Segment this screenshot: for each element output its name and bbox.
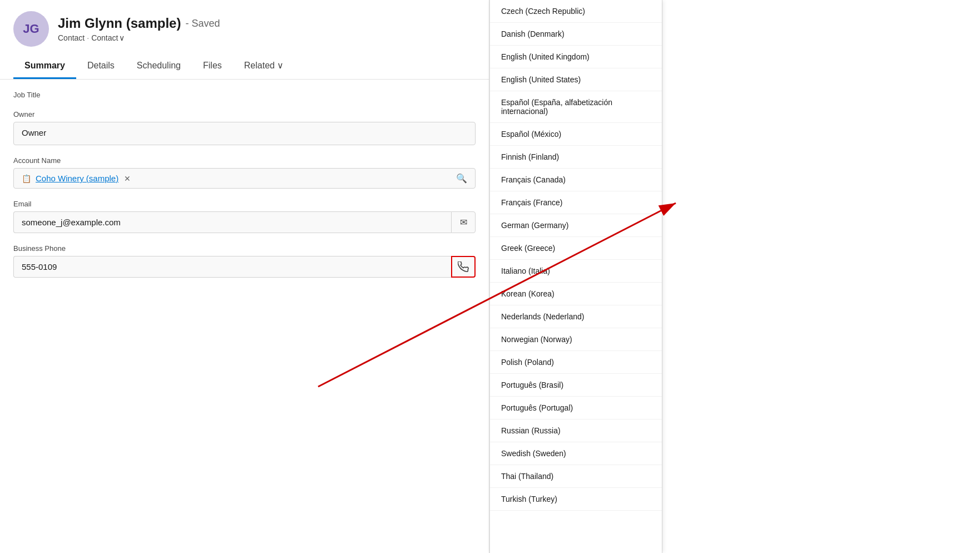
email-label: Email xyxy=(13,200,476,208)
email-input-group: someone_j@example.com ✉ xyxy=(13,211,476,233)
clear-account-icon[interactable]: ✕ xyxy=(124,174,131,183)
job-title-field: Job Title xyxy=(13,91,476,99)
language-dropdown: Czech (Czech Republic)Danish (Denmark)En… xyxy=(489,0,662,553)
contact-header: JG Jim Glynn (sample) - Saved Contact · … xyxy=(0,0,489,53)
language-item[interactable]: Português (Brasil) xyxy=(490,374,662,397)
tab-bar: Summary Details Scheduling Files Related… xyxy=(0,53,489,80)
language-item[interactable]: English (United States) xyxy=(490,68,662,91)
phone-call-button[interactable] xyxy=(451,256,476,278)
tab-details[interactable]: Details xyxy=(76,54,126,79)
form-content: Job Title Owner Owner Account Name 📋 Coh… xyxy=(0,80,489,544)
language-item[interactable]: Español (España, alfabetización internac… xyxy=(490,91,662,123)
contact-type-button[interactable]: Contact ∨ xyxy=(91,33,125,42)
language-item[interactable]: German (Germany) xyxy=(490,214,662,237)
account-name-field: Account Name 📋 Coho Winery (sample) ✕ 🔍 xyxy=(13,156,476,189)
tab-files[interactable]: Files xyxy=(192,54,233,79)
saved-status: - Saved xyxy=(185,18,220,29)
search-account-icon[interactable]: 🔍 xyxy=(456,173,467,184)
account-name-link[interactable]: Coho Winery (sample) xyxy=(36,174,118,183)
chevron-down-icon: ∨ xyxy=(119,33,125,42)
dot-separator: · xyxy=(87,33,89,42)
language-item[interactable]: Italiano (Italia) xyxy=(490,260,662,283)
contact-type1-label: Contact xyxy=(58,33,85,42)
language-item[interactable]: Nederlands (Nederland) xyxy=(490,305,662,328)
contact-subtitle: Contact · Contact ∨ xyxy=(58,33,220,42)
phone-value: 555-0109 xyxy=(13,256,451,278)
phone-input-group: 555-0109 xyxy=(13,256,476,278)
language-item[interactable]: Greek (Greece) xyxy=(490,237,662,260)
owner-field: Owner Owner xyxy=(13,110,476,145)
owner-label: Owner xyxy=(13,110,476,119)
contact-info: Jim Glynn (sample) - Saved Contact · Con… xyxy=(58,16,220,42)
language-item[interactable]: Finnish (Finland) xyxy=(490,146,662,169)
language-item[interactable]: Français (France) xyxy=(490,191,662,214)
tab-scheduling[interactable]: Scheduling xyxy=(126,54,192,79)
chevron-down-icon: ∨ xyxy=(277,60,284,71)
account-name-input[interactable]: 📋 Coho Winery (sample) ✕ 🔍 xyxy=(13,168,476,189)
language-item[interactable]: Norwegian (Norway) xyxy=(490,328,662,351)
email-value: someone_j@example.com xyxy=(13,211,451,233)
language-item[interactable]: Swedish (Sweden) xyxy=(490,442,662,465)
language-item[interactable]: Czech (Czech Republic) xyxy=(490,0,662,23)
language-item[interactable]: Polish (Poland) xyxy=(490,351,662,374)
language-item[interactable]: Danish (Denmark) xyxy=(490,23,662,46)
account-name-label: Account Name xyxy=(13,156,476,165)
job-title-label: Job Title xyxy=(13,91,476,99)
language-item[interactable]: Français (Canada) xyxy=(490,169,662,191)
language-item[interactable]: Russian (Russia) xyxy=(490,419,662,442)
email-field: Email someone_j@example.com ✉ xyxy=(13,200,476,233)
call-panel: + ⚙ ? › ··· xyxy=(662,0,980,553)
phone-icon xyxy=(458,261,469,273)
tab-summary[interactable]: Summary xyxy=(13,54,76,79)
language-item[interactable]: English (United Kingdom) xyxy=(490,46,662,68)
language-item[interactable]: Turkish (Turkey) xyxy=(490,488,662,511)
language-item[interactable]: Português (Portugal) xyxy=(490,397,662,419)
tab-related[interactable]: Related ∨ xyxy=(233,53,295,79)
owner-value: Owner xyxy=(13,122,476,145)
avatar: JG xyxy=(13,11,49,47)
crm-main-panel: JG Jim Glynn (sample) - Saved Contact · … xyxy=(0,0,489,553)
business-phone-label: Business Phone xyxy=(13,244,476,253)
language-item[interactable]: Español (México) xyxy=(490,123,662,146)
language-item[interactable]: Thai (Thailand) xyxy=(490,465,662,488)
email-send-button[interactable]: ✉ xyxy=(451,211,476,233)
account-icon: 📋 xyxy=(22,174,31,183)
contact-name: Jim Glynn (sample) - Saved xyxy=(58,16,220,31)
language-item[interactable]: Korean (Korea) xyxy=(490,283,662,305)
business-phone-field: Business Phone 555-0109 xyxy=(13,244,476,278)
